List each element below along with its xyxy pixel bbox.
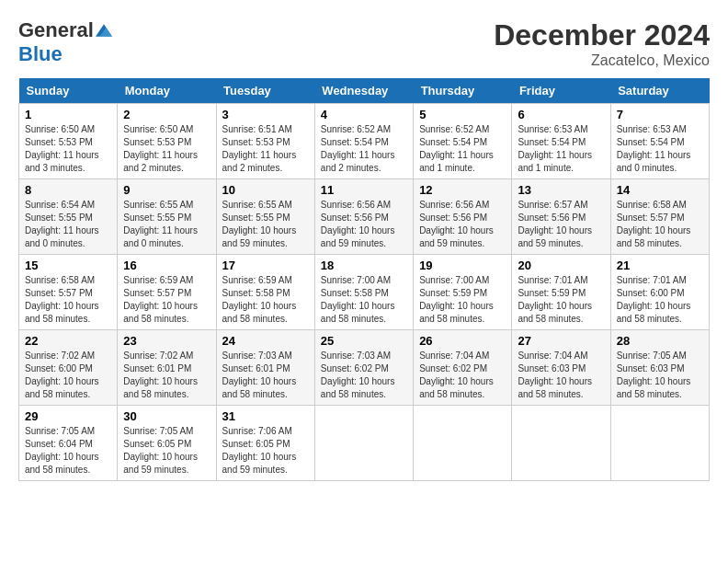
day-info: Sunrise: 7:02 AMSunset: 6:01 PMDaylight:… <box>123 350 210 401</box>
day-cell-11: 11Sunrise: 6:56 AMSunset: 5:56 PMDayligh… <box>314 179 413 255</box>
day-info: Sunrise: 6:52 AMSunset: 5:54 PMDaylight:… <box>321 123 407 175</box>
day-number: 25 <box>321 334 407 348</box>
weekday-header-sunday: Sunday <box>19 78 118 104</box>
day-number: 20 <box>518 259 604 272</box>
day-cell-24: 24Sunrise: 7:03 AMSunset: 6:01 PMDayligh… <box>216 330 314 406</box>
day-info: Sunrise: 6:55 AMSunset: 5:55 PMDaylight:… <box>123 199 210 250</box>
day-cell-4: 4Sunrise: 6:52 AMSunset: 5:54 PMDaylight… <box>314 104 413 179</box>
day-info: Sunrise: 7:01 AMSunset: 5:59 PMDaylight:… <box>518 274 604 326</box>
day-info: Sunrise: 6:58 AMSunset: 5:57 PMDaylight:… <box>25 274 111 326</box>
day-info: Sunrise: 6:54 AMSunset: 5:55 PMDaylight:… <box>25 199 111 250</box>
day-number: 10 <box>222 183 309 197</box>
day-cell-17: 17Sunrise: 6:59 AMSunset: 5:58 PMDayligh… <box>216 255 314 330</box>
day-info: Sunrise: 7:06 AMSunset: 6:05 PMDaylight:… <box>222 425 309 477</box>
day-info: Sunrise: 7:00 AMSunset: 5:58 PMDaylight:… <box>321 274 407 326</box>
logo-general: General <box>18 18 94 42</box>
day-cell-16: 16Sunrise: 6:59 AMSunset: 5:57 PMDayligh… <box>118 255 216 330</box>
day-number: 11 <box>321 183 407 197</box>
week-row-5: 29Sunrise: 7:05 AMSunset: 6:04 PMDayligh… <box>19 406 710 481</box>
day-number: 24 <box>222 334 309 348</box>
day-info: Sunrise: 7:02 AMSunset: 6:00 PMDaylight:… <box>25 350 111 401</box>
logo-icon <box>96 22 112 39</box>
day-info: Sunrise: 6:52 AMSunset: 5:54 PMDaylight:… <box>419 123 506 175</box>
day-info: Sunrise: 6:59 AMSunset: 5:58 PMDaylight:… <box>222 274 309 326</box>
day-info: Sunrise: 6:58 AMSunset: 5:57 PMDaylight:… <box>617 199 703 250</box>
day-info: Sunrise: 7:03 AMSunset: 6:02 PMDaylight:… <box>321 350 407 401</box>
day-info: Sunrise: 6:53 AMSunset: 5:54 PMDaylight:… <box>518 123 604 175</box>
header: General Blue December 2024 Zacatelco, Me… <box>18 18 710 69</box>
weekday-header-saturday: Saturday <box>610 78 709 104</box>
day-cell-31: 31Sunrise: 7:06 AMSunset: 6:05 PMDayligh… <box>216 406 314 481</box>
location-title: Zacatelco, Mexico <box>494 52 710 69</box>
day-cell-6: 6Sunrise: 6:53 AMSunset: 5:54 PMDaylight… <box>512 104 610 179</box>
day-number: 22 <box>25 334 111 348</box>
day-cell-12: 12Sunrise: 6:56 AMSunset: 5:56 PMDayligh… <box>414 179 512 255</box>
day-number: 7 <box>617 108 703 121</box>
day-cell-26: 26Sunrise: 7:04 AMSunset: 6:02 PMDayligh… <box>414 330 512 406</box>
day-info: Sunrise: 7:05 AMSunset: 6:04 PMDaylight:… <box>25 425 111 477</box>
logo-blue: Blue <box>18 42 63 65</box>
day-number: 14 <box>617 183 703 197</box>
weekday-header-monday: Monday <box>118 78 216 104</box>
day-info: Sunrise: 7:04 AMSunset: 6:03 PMDaylight:… <box>518 350 604 401</box>
day-info: Sunrise: 7:01 AMSunset: 6:00 PMDaylight:… <box>617 274 703 326</box>
day-number: 21 <box>617 259 703 272</box>
day-number: 16 <box>123 259 210 272</box>
day-number: 19 <box>419 259 506 272</box>
day-cell-10: 10Sunrise: 6:55 AMSunset: 5:55 PMDayligh… <box>216 179 314 255</box>
day-number: 30 <box>123 409 210 423</box>
day-cell-25: 25Sunrise: 7:03 AMSunset: 6:02 PMDayligh… <box>314 330 413 406</box>
month-title: December 2024 <box>494 18 710 52</box>
day-number: 28 <box>617 334 703 348</box>
empty-cell <box>512 406 610 481</box>
day-number: 13 <box>518 183 604 197</box>
empty-cell <box>414 406 512 481</box>
day-info: Sunrise: 6:51 AMSunset: 5:53 PMDaylight:… <box>222 123 309 175</box>
weekday-header-row: SundayMondayTuesdayWednesdayThursdayFrid… <box>19 78 710 104</box>
week-row-1: 1Sunrise: 6:50 AMSunset: 5:53 PMDaylight… <box>19 104 710 179</box>
day-cell-23: 23Sunrise: 7:02 AMSunset: 6:01 PMDayligh… <box>118 330 216 406</box>
day-number: 2 <box>123 108 210 121</box>
day-number: 31 <box>222 409 309 423</box>
day-cell-20: 20Sunrise: 7:01 AMSunset: 5:59 PMDayligh… <box>512 255 610 330</box>
week-row-4: 22Sunrise: 7:02 AMSunset: 6:00 PMDayligh… <box>19 330 710 406</box>
day-number: 18 <box>321 259 407 272</box>
weekday-header-tuesday: Tuesday <box>216 78 314 104</box>
title-section: December 2024 Zacatelco, Mexico <box>494 18 710 69</box>
day-cell-15: 15Sunrise: 6:58 AMSunset: 5:57 PMDayligh… <box>19 255 118 330</box>
day-info: Sunrise: 7:00 AMSunset: 5:59 PMDaylight:… <box>419 274 506 326</box>
day-number: 5 <box>419 108 506 121</box>
day-info: Sunrise: 6:57 AMSunset: 5:56 PMDaylight:… <box>518 199 604 250</box>
day-cell-22: 22Sunrise: 7:02 AMSunset: 6:00 PMDayligh… <box>19 330 118 406</box>
weekday-header-thursday: Thursday <box>414 78 512 104</box>
weekday-header-wednesday: Wednesday <box>314 78 413 104</box>
day-number: 8 <box>25 183 111 197</box>
day-info: Sunrise: 6:56 AMSunset: 5:56 PMDaylight:… <box>321 199 407 250</box>
day-number: 9 <box>123 183 210 197</box>
day-number: 23 <box>123 334 210 348</box>
day-cell-8: 8Sunrise: 6:54 AMSunset: 5:55 PMDaylight… <box>19 179 118 255</box>
empty-cell <box>314 406 413 481</box>
day-number: 3 <box>222 108 309 121</box>
empty-cell <box>610 406 709 481</box>
day-info: Sunrise: 7:05 AMSunset: 6:03 PMDaylight:… <box>617 350 703 401</box>
day-cell-3: 3Sunrise: 6:51 AMSunset: 5:53 PMDaylight… <box>216 104 314 179</box>
day-cell-21: 21Sunrise: 7:01 AMSunset: 6:00 PMDayligh… <box>610 255 709 330</box>
day-info: Sunrise: 7:04 AMSunset: 6:02 PMDaylight:… <box>419 350 506 401</box>
day-cell-2: 2Sunrise: 6:50 AMSunset: 5:53 PMDaylight… <box>118 104 216 179</box>
day-cell-27: 27Sunrise: 7:04 AMSunset: 6:03 PMDayligh… <box>512 330 610 406</box>
day-info: Sunrise: 6:50 AMSunset: 5:53 PMDaylight:… <box>25 123 111 175</box>
day-number: 29 <box>25 409 111 423</box>
day-cell-1: 1Sunrise: 6:50 AMSunset: 5:53 PMDaylight… <box>19 104 118 179</box>
day-info: Sunrise: 7:05 AMSunset: 6:05 PMDaylight:… <box>123 425 210 477</box>
day-number: 27 <box>518 334 604 348</box>
day-info: Sunrise: 7:03 AMSunset: 6:01 PMDaylight:… <box>222 350 309 401</box>
day-cell-28: 28Sunrise: 7:05 AMSunset: 6:03 PMDayligh… <box>610 330 709 406</box>
day-info: Sunrise: 6:59 AMSunset: 5:57 PMDaylight:… <box>123 274 210 326</box>
day-cell-5: 5Sunrise: 6:52 AMSunset: 5:54 PMDaylight… <box>414 104 512 179</box>
day-cell-14: 14Sunrise: 6:58 AMSunset: 5:57 PMDayligh… <box>610 179 709 255</box>
week-row-3: 15Sunrise: 6:58 AMSunset: 5:57 PMDayligh… <box>19 255 710 330</box>
day-info: Sunrise: 6:50 AMSunset: 5:53 PMDaylight:… <box>123 123 210 175</box>
day-number: 4 <box>321 108 407 121</box>
day-number: 26 <box>419 334 506 348</box>
